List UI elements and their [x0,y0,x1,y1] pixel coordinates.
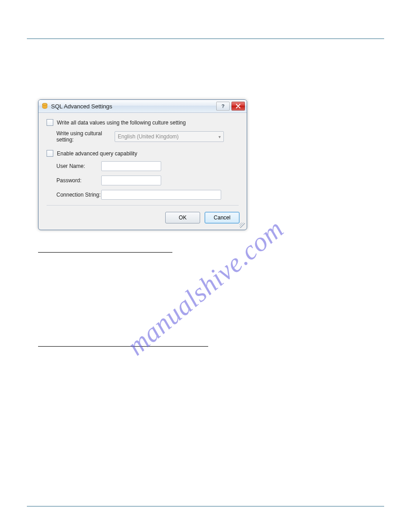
username-input[interactable] [101,161,161,171]
close-button[interactable] [231,102,245,111]
page-header-rule [27,39,384,39]
cancel-button-label: Cancel [214,215,230,221]
watermark: manualshive.com [121,213,290,361]
culture-select[interactable]: English (United Kingdom) ▾ [115,131,224,142]
dialog-title: SQL Advanced Settings [51,103,214,110]
advanced-query-checkbox[interactable] [47,150,53,157]
help-icon: ? [222,103,225,109]
dialog-body: Write all data values using the followin… [39,113,247,212]
ok-button-label: OK [179,215,186,221]
password-label: Password: [56,177,101,184]
dialog-divider [47,205,239,206]
connection-string-input[interactable] [101,190,221,200]
culture-select-value: English (United Kingdom) [118,133,179,140]
cancel-button[interactable]: Cancel [205,212,240,223]
resize-grip-icon[interactable] [240,223,245,228]
culture-checkbox-label: Write all data values using the followin… [57,120,186,126]
advanced-query-label: Enable advanced query capability [57,150,137,157]
dialog-footer: OK Cancel [39,212,247,230]
connection-string-label: Connection String: [56,192,101,198]
page-footer-rule [27,506,384,506]
culture-select-label: Write using cultural setting: [56,130,115,143]
close-icon [236,104,240,108]
ok-button[interactable]: OK [165,212,200,223]
chevron-down-icon: ▾ [218,134,221,139]
db-icon [41,103,48,110]
username-label: User Name: [56,163,101,169]
password-input[interactable] [101,176,161,185]
dialog-titlebar[interactable]: SQL Advanced Settings ? [39,100,247,113]
section-heading-1 [38,251,172,253]
culture-checkbox[interactable] [47,119,53,126]
help-button[interactable]: ? [216,102,230,111]
section-heading-2 [38,345,208,347]
sql-advanced-settings-dialog: SQL Advanced Settings ? Write all data v… [38,99,247,230]
